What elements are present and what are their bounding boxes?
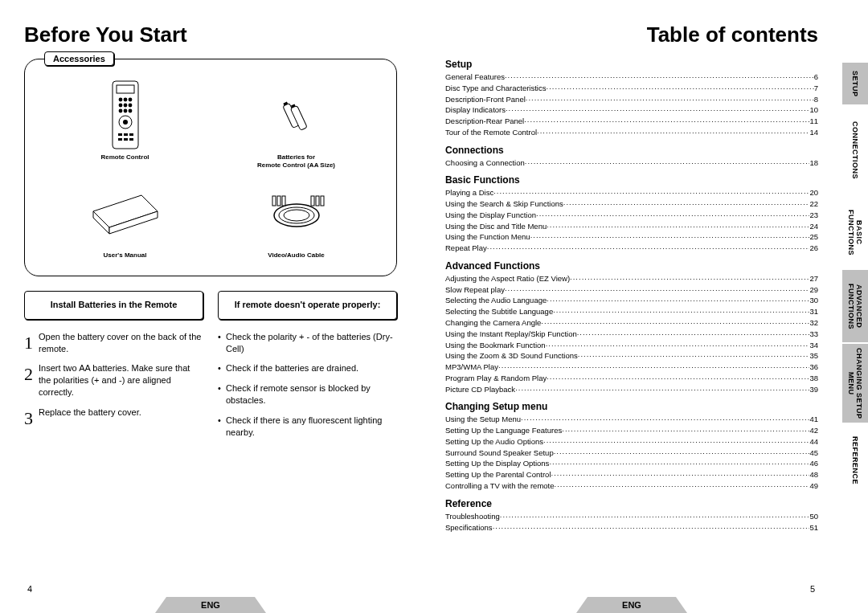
- toc-line: Setting Up the Language Features 42: [445, 425, 818, 436]
- toc-leader-dots: [515, 384, 809, 395]
- troubleshoot-bullet: Check if there is any fluorescent lighti…: [218, 415, 397, 439]
- toc-page-number: 44: [809, 436, 818, 447]
- toc-page-number: 35: [809, 350, 818, 362]
- toc-page-number: 46: [809, 458, 818, 469]
- install-step-1: 1Open the battery cover on the back of t…: [24, 331, 203, 355]
- toc-leader-dots: [524, 116, 809, 127]
- toc-item-title: Setting Up the Parental Control: [445, 469, 551, 480]
- toc-leader-dots: [537, 127, 809, 138]
- svg-rect-31: [282, 196, 285, 206]
- toc-leader-dots: [577, 329, 810, 340]
- toc-section-heading: Basic Functions: [445, 174, 818, 186]
- step-text: Replace the battery cover.: [39, 407, 141, 431]
- troubleshoot-column: If remote doesn't operate properly: Chec…: [218, 291, 397, 447]
- toc-item-title: Using the Search & Skip Functions: [445, 198, 563, 210]
- svg-rect-34: [321, 196, 324, 206]
- toc-line: Display Indicators 10: [445, 104, 818, 116]
- toc-page-number: 18: [809, 157, 818, 169]
- toc-page-number: 6: [814, 72, 818, 83]
- toc-page-number: 45: [809, 447, 818, 459]
- accessory-cable: Video/Audio Cable: [214, 177, 378, 260]
- install-label: Install Batteries in the Remote: [24, 291, 203, 320]
- toc-line: MP3/WMA Play 36: [445, 362, 818, 373]
- remote-control-icon: [43, 79, 207, 151]
- svg-rect-15: [129, 133, 133, 136]
- toc-leader-dots: [543, 436, 809, 447]
- toc-leader-dots: [554, 447, 810, 459]
- side-tab: ADVANCED FUNCTIONS: [842, 270, 868, 342]
- toc-item-title: Setting Up the Language Features: [445, 425, 562, 436]
- toc-leader-dots: [570, 273, 809, 284]
- toc-line: Adjusting the Aspect Ratio (EZ View) 27: [445, 273, 818, 284]
- toc-leader-dots: [493, 522, 810, 533]
- accessory-caption: Remote Control: [43, 153, 207, 161]
- toc-line: General Features 6: [445, 72, 818, 83]
- toc-page-number: 29: [809, 284, 818, 296]
- toc-line: Setting Up the Parental Control 48: [445, 469, 818, 480]
- toc-page-number: 30: [809, 295, 818, 306]
- language-tab-right: ENG: [588, 597, 676, 613]
- toc-line: Using the Setup Menu 41: [445, 414, 818, 425]
- toc-item-title: Description-Rear Panel: [445, 116, 524, 127]
- toc-leader-dots: [521, 414, 809, 425]
- accessory-batteries: Batteries for Remote Control (AA Size): [214, 79, 378, 169]
- toc-line: Tour of the Remote Control 14: [445, 127, 818, 138]
- toc-item-title: Picture CD Playback: [445, 384, 515, 395]
- toc-leader-dots: [487, 243, 810, 254]
- toc-page-number: 49: [809, 480, 818, 492]
- step-text: Insert two AA batteries. Make sure that …: [39, 362, 203, 398]
- step-number: 3: [24, 407, 39, 431]
- bullet-text: Check if there is any fluorescent lighti…: [226, 415, 397, 439]
- toc-line: Using the Search & Skip Functions 22: [445, 198, 818, 210]
- toc-leader-dots: [530, 231, 810, 243]
- toc-item-title: Using the Display Function: [445, 210, 536, 221]
- toc-leader-dots: [555, 480, 810, 492]
- toc-leader-dots: [546, 340, 810, 351]
- install-column: Install Batteries in the Remote 1Open th…: [24, 291, 203, 447]
- toc-line: Specifications 51: [445, 522, 818, 533]
- accessory-caption: Video/Audio Cable: [214, 251, 378, 260]
- cable-icon: [214, 177, 378, 249]
- svg-rect-29: [272, 196, 276, 206]
- toc-line: Playing a Disc 20: [445, 187, 818, 198]
- side-tab: CONNECTIONS: [842, 106, 868, 194]
- toc-page-number: 42: [809, 425, 818, 436]
- toc-page-number: 23: [809, 210, 818, 221]
- toc-line: Repeat Play 26: [445, 243, 818, 254]
- install-step-3: 3Replace the battery cover.: [24, 407, 203, 431]
- toc-line: Changing the Camera Angle 32: [445, 317, 818, 329]
- toc-page-number: 26: [809, 243, 818, 254]
- toc-leader-dots: [536, 210, 809, 221]
- toc-line: Using the Bookmark Function 34: [445, 340, 818, 351]
- accessories-label: Accessories: [44, 51, 114, 66]
- side-tabs-column: SETUPCONNECTIONSBASIC FUNCTIONSADVANCED …: [842, 0, 868, 613]
- toc-page-number: 20: [809, 187, 818, 198]
- left-page: Before You Start Accessories Remote Cont…: [0, 0, 421, 613]
- accessory-manual: User's Manual: [43, 177, 207, 260]
- toc-line: Slow Repeat play 29: [445, 284, 818, 296]
- svg-rect-14: [124, 133, 128, 136]
- toc-body: SetupGeneral Features 6Disc Type and Cha…: [445, 59, 818, 533]
- toc-page-number: 24: [809, 221, 818, 232]
- toc-item-title: Controlling a TV with the remote: [445, 480, 555, 492]
- toc-line: Setting Up the Audio Options 44: [445, 436, 818, 447]
- toc-line: Selecting the Audio Language 30: [445, 295, 818, 306]
- toc-item-title: Specifications: [445, 522, 493, 533]
- page-number-right: 5: [810, 584, 815, 594]
- toc-page-number: 27: [809, 273, 818, 284]
- toc-line: Setting Up the Display Options 46: [445, 458, 818, 469]
- toc-item-title: Using the Zoom & 3D Sound Functions: [445, 350, 578, 362]
- toc-leader-dots: [525, 157, 810, 169]
- toc-item-title: Using the Function Menu: [445, 231, 530, 243]
- toc-item-title: General Features: [445, 72, 505, 83]
- page-spread: Before You Start Accessories Remote Cont…: [0, 0, 868, 613]
- toc-item-title: Display Indicators: [445, 104, 506, 116]
- toc-section-heading: Changing Setup menu: [445, 401, 818, 412]
- troubleshoot-bullet: Check if the batteries are drained.: [218, 362, 397, 374]
- step-number: 2: [24, 362, 39, 398]
- accessories-box: Accessories Remote Control Batteries for…: [24, 59, 397, 276]
- toc-line: Controlling a TV with the remote 49: [445, 480, 818, 492]
- toc-leader-dots: [553, 306, 809, 317]
- svg-rect-16: [118, 138, 122, 141]
- toc-line: Surround Sound Speaker Setup 45: [445, 447, 818, 459]
